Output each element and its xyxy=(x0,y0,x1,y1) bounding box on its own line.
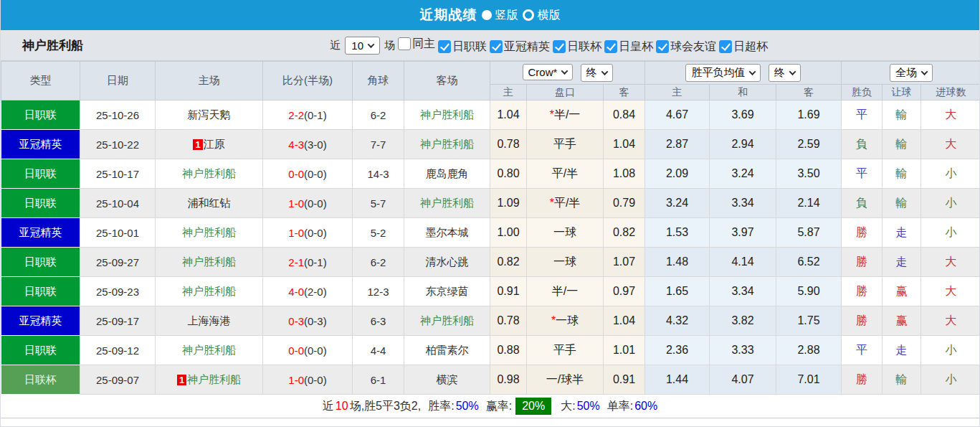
avg-home-odds: 1.65 xyxy=(645,277,710,306)
odds-home: 1.00 xyxy=(490,218,527,248)
checkbox-checked-icon[interactable] xyxy=(438,40,451,53)
handicap-result: 走 xyxy=(883,336,921,365)
subcol-odds-away: 客 xyxy=(604,85,645,100)
avg-time-select[interactable]: 终 xyxy=(769,64,801,82)
summary-bar: 近10场,胜5平3负2, 胜率:50% 赢率:20% 大:50% 单率:60% xyxy=(1,395,979,418)
odds-handicap: 一球 xyxy=(527,248,604,277)
league-filter-checkbox[interactable]: 同主 xyxy=(398,37,435,52)
home-team: 神户胜利船 xyxy=(156,218,263,248)
odds-away: 0.79 xyxy=(604,189,645,218)
recent-count-select[interactable]: 10 xyxy=(345,37,380,55)
handicap-result: 輸 xyxy=(883,189,921,218)
table-row: 亚冠精英 25-09-17 上海海港 0-3(0-3) 6-3 神户胜利船 0.… xyxy=(1,306,980,336)
odds-home: 0.80 xyxy=(490,159,527,189)
goals-result: 小 xyxy=(921,336,980,365)
avg-draw-odds: 3.82 xyxy=(710,306,776,336)
wdl-result: 負 xyxy=(842,130,883,159)
avg-odds-select[interactable]: 胜平负均值 xyxy=(685,64,761,82)
chevron-down-icon xyxy=(601,68,608,75)
layout-radio-horizontal-label[interactable]: 横版 xyxy=(538,8,561,23)
checkbox-unchecked-icon[interactable] xyxy=(398,37,411,50)
handicap-result: 赢 xyxy=(883,306,921,336)
match-date: 25-09-12 xyxy=(80,336,156,365)
table-row: 日职联 25-10-26 新泻天鹅 2-2(0-1) 6-2 神户胜利船 1.0… xyxy=(1,100,980,130)
odds-away: 1.08 xyxy=(604,159,645,189)
goals-result: 小 xyxy=(921,159,980,189)
odds-handicap: 一球 xyxy=(527,218,604,248)
league-filter-checkbox[interactable]: 日超杯 xyxy=(719,39,768,55)
match-type-badge: 日职联 xyxy=(1,336,80,365)
league-filter-label: 日超杯 xyxy=(733,39,768,55)
checkbox-checked-icon[interactable] xyxy=(719,40,732,53)
subcol-avg-draw: 和 xyxy=(710,85,776,100)
checkbox-checked-icon[interactable] xyxy=(490,40,503,53)
team-name: 神户胜利船 xyxy=(22,37,83,54)
layout-radio-vertical-label[interactable]: 竖版 xyxy=(495,8,518,23)
odds-away: 0.91 xyxy=(604,365,645,395)
league-filter-checkbox[interactable]: 日联杯 xyxy=(553,39,601,55)
checkbox-checked-icon[interactable] xyxy=(656,40,669,53)
league-filter-checkbox[interactable]: 球会友谊 xyxy=(656,39,716,55)
wdl-result: 平 xyxy=(842,336,883,365)
league-filter-checkbox[interactable]: 日皇杯 xyxy=(604,39,653,55)
title-bar: 近期战绩 竖版 横版 xyxy=(1,0,979,30)
match-score: 4-0(2-0) xyxy=(263,277,353,306)
subcol-wdl: 胜负 xyxy=(842,85,883,100)
match-score: 0-3(0-3) xyxy=(263,306,353,336)
wdl-result: 平 xyxy=(842,100,883,130)
odds-time-select[interactable]: 终 xyxy=(581,64,613,82)
chevron-down-icon xyxy=(749,68,756,75)
goals-result: 大 xyxy=(921,248,980,277)
odds-home: 0.88 xyxy=(490,336,527,365)
subcol-goals: 进球数 xyxy=(921,85,980,100)
avg-home-odds: 1.44 xyxy=(645,365,710,395)
checkbox-checked-icon[interactable] xyxy=(553,40,566,53)
big-rate-label: 大: xyxy=(561,399,575,414)
layout-radio-horizontal[interactable] xyxy=(523,9,534,21)
avg-draw-odds: 2.94 xyxy=(710,130,776,159)
layout-radio-vertical[interactable] xyxy=(482,10,492,20)
handicap-result: 走 xyxy=(883,248,921,277)
away-team: 墨尔本城 xyxy=(404,218,490,248)
avg-away-odds: 1.69 xyxy=(776,100,842,130)
match-type-badge: 日联杯 xyxy=(1,365,80,395)
corner-score: 7-7 xyxy=(353,130,404,159)
goals-result: 小 xyxy=(921,189,980,218)
league-filter-checkbox[interactable]: 日职联 xyxy=(438,39,487,55)
home-team: 新泻天鹅 xyxy=(156,100,263,130)
odds-away: 1.07 xyxy=(604,248,645,277)
bottom-strip xyxy=(1,418,979,427)
handicap-result: 輸 xyxy=(883,100,921,130)
home-team: 浦和红钻 xyxy=(156,189,263,218)
corner-score: 6-2 xyxy=(353,248,404,277)
goals-result: 大 xyxy=(921,277,980,306)
summary-record: 场,胜5平3负2, xyxy=(350,399,422,414)
match-type-badge: 日职联 xyxy=(1,159,80,189)
odds-handicap: 平手 xyxy=(527,130,604,159)
avg-away-odds: 2.14 xyxy=(776,189,842,218)
win-rate-label: 胜率: xyxy=(428,399,454,414)
avg-header-cell: 胜平负均值 终 xyxy=(645,62,842,85)
league-filter-label: 亚冠精英 xyxy=(504,39,550,55)
wdl-result: 平 xyxy=(842,159,883,189)
avg-away-odds: 2.59 xyxy=(776,130,842,159)
result-scope-select[interactable]: 全场 xyxy=(890,64,933,82)
odds-handicap: 平手 xyxy=(527,336,604,365)
avg-draw-odds: 3.34 xyxy=(710,277,776,306)
table-row: 日职联 25-09-12 神户胜利船 0-0(0-0) 4-4 柏雷素尔 0.8… xyxy=(1,336,980,365)
subcol-odds-home: 主 xyxy=(490,85,527,100)
home-team: 神户胜利船 xyxy=(156,277,263,306)
match-date: 25-09-23 xyxy=(80,277,156,306)
match-score: 1-0(0-0) xyxy=(263,189,353,218)
league-filter-checkbox[interactable]: 亚冠精英 xyxy=(490,39,550,55)
checkbox-checked-icon[interactable] xyxy=(604,40,617,53)
match-score: 1-0(0-0) xyxy=(263,218,353,248)
handicap-result: 輸 xyxy=(883,365,921,395)
league-filter-label: 日职联 xyxy=(452,39,487,55)
odds-source-select[interactable]: Crow* xyxy=(523,64,574,80)
table-row: 亚冠精英 25-10-22 1江原 4-3(3-0) 7-7 神户胜利船 0.7… xyxy=(1,130,980,159)
filter-bar: 神户胜利船 近 10 场 同主日职联亚冠精英日联杯日皇杯球会友谊日超杯 xyxy=(1,30,979,61)
match-type-badge: 日职联 xyxy=(1,100,80,130)
goals-result: 大 xyxy=(921,100,980,130)
avg-home-odds: 2.09 xyxy=(645,159,710,189)
